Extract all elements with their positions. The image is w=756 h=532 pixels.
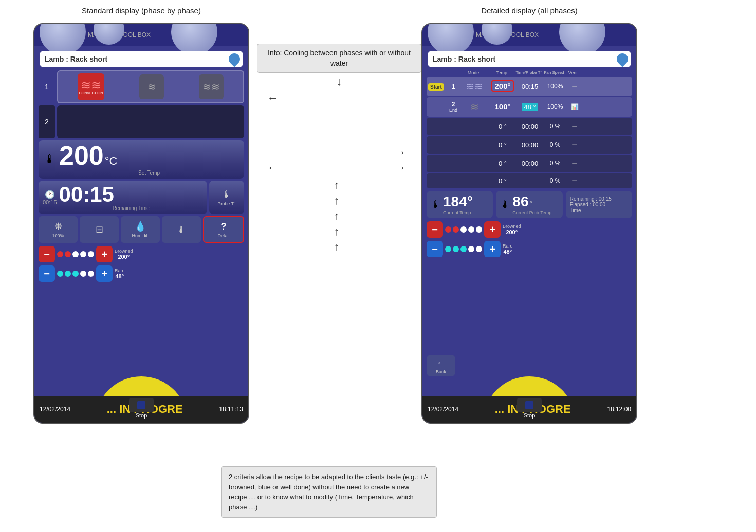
left-set-temp-label: Set Temp	[59, 170, 239, 176]
left-phase2-num: 2	[39, 105, 55, 138]
right-row1-num: 1	[448, 83, 459, 90]
bottom-info-box: 2 criteria allow the recipe to be adapte…	[221, 466, 437, 518]
left-probe-btn[interactable]: 🌡	[162, 216, 201, 243]
left-humid-btn[interactable]: 💧 Humidif.	[121, 216, 160, 243]
arrow-left-2: ←	[267, 161, 279, 175]
right-header-start	[427, 70, 446, 75]
left-recipe-bar: Lamb : Rack short	[40, 51, 243, 67]
deco-circle-1	[40, 23, 86, 55]
right-current-row: 🌡 184° Current Temp. 🌡 86 ° Current Prob…	[427, 191, 632, 218]
right-nav-toolbox[interactable]: TOOL BOX	[507, 31, 539, 39]
right-header-fan: Fan Speed	[543, 70, 565, 75]
left-browned-plus[interactable]: +	[96, 246, 113, 262]
right-stop-label: Stop	[524, 412, 536, 419]
left-rare-plus[interactable]: +	[96, 265, 113, 282]
dot-red2	[65, 251, 71, 257]
left-time-large: 00:15	[59, 184, 203, 205]
right-row1-start: Start	[428, 82, 447, 91]
humid-icon: 💧	[135, 221, 146, 232]
right-cur-probe-label: Current Prob Temp.	[512, 210, 552, 215]
right-dot-w2	[468, 226, 474, 233]
right-browned-minus[interactable]: −	[427, 221, 443, 238]
right-row5-temp: 0 °	[490, 160, 515, 167]
right-cur-probe-icon: 🌡	[500, 199, 510, 211]
right-row5-fan: 0 %	[544, 160, 566, 167]
arrow-left-1: ←	[267, 91, 279, 105]
right-row6[interactable]: 0 ° 0 % ⊣	[427, 173, 632, 188]
right-back-btn[interactable]: ← Back	[427, 355, 455, 376]
start-badge: Start	[428, 83, 444, 91]
left-browned-group: +	[96, 246, 113, 262]
right-row1-fan: 100%	[544, 83, 566, 90]
right-stop-btn-wrap: Stop	[517, 398, 542, 419]
right-cur-temp-label: Current Temp.	[443, 210, 473, 215]
left-medium-group: +	[96, 265, 113, 282]
dot-w1	[72, 251, 79, 257]
level-icon: ⊟	[96, 224, 103, 235]
right-row3-temp: 0 °	[490, 123, 515, 130]
left-bottom-btns: ❋ 100% ⊟ 💧 Humidif. 🌡 ? Detail	[39, 216, 244, 243]
right-row1[interactable]: Start 1 ≋≋ 200° 00:15 100% ⊣	[427, 77, 632, 96]
convection-btn[interactable]: ≋≋ CONVECTION	[78, 73, 104, 100]
right-cur-probe-box: 🌡 86 ° Current Prob Temp.	[496, 191, 562, 218]
info-box-wrap: Info: Cooling between phases with or wit…	[257, 44, 421, 88]
right-panel-label: Detailed display (all phases)	[421, 6, 637, 15]
right-row5[interactable]: 0 ° 00:00 0 % ⊣	[427, 155, 632, 172]
steam-icon: ≋	[147, 81, 156, 93]
left-nav-toolbox[interactable]: TOOL BOX	[119, 31, 151, 39]
right-arrow-row1: →	[252, 146, 406, 159]
right-row2-temp-val: 100°	[494, 102, 510, 111]
left-panel: AUTO MANU TOOL BOX Lamb : Rack short 1 ≋…	[33, 23, 249, 424]
right-stop-btn[interactable]	[517, 398, 542, 412]
convection-icon: ≋≋	[81, 79, 101, 91]
right-dot-c1	[445, 246, 451, 252]
right-medium-dots	[445, 246, 482, 252]
right-dot-w5	[476, 246, 482, 252]
left-status-time: 18:11:13	[219, 406, 243, 413]
right-recipe-name: Lamb : Rack short	[433, 55, 495, 63]
left-fan-btn[interactable]: ❋ 100%	[39, 216, 78, 243]
right-row3[interactable]: 0 ° 00:00 0 % ⊣	[427, 118, 632, 135]
right-row2[interactable]: 2 End ≋ 100° 48 ° 100% 📊	[427, 97, 632, 117]
left-temp-value: 200	[59, 142, 104, 169]
right-cur-probe-val: 86	[512, 194, 528, 210]
left-browned-minus[interactable]: −	[39, 246, 55, 262]
right-header-temp: Temp	[488, 70, 515, 75]
combi-btn[interactable]: ≋≋	[199, 74, 224, 99]
left-stop-btn[interactable]	[129, 398, 154, 412]
left-doneness-bar1: − + Browned 200°	[39, 246, 244, 262]
dot-red1	[57, 251, 63, 257]
arrow-up-5: ↑	[334, 240, 340, 254]
right-elapsed-line: Elapsed : 00:00	[570, 202, 628, 207]
right-row2-num-val: 2	[452, 101, 455, 108]
right-table-header: Mode Temp Time/Probe T° Fan Speed Vent.	[427, 70, 632, 75]
left-browned-temp: 200°	[118, 254, 130, 260]
left-probe-box[interactable]: 🌡 Probe T°	[209, 181, 244, 214]
right-row2-mode: ≋	[460, 101, 489, 113]
left-recipe-name: Lamb : Rack short	[45, 55, 107, 63]
right-panel: AUTO MANU TOOL BOX Lamb : Rack short Mod…	[421, 23, 637, 424]
left-time-box: 🕐 00:15 00:15 Remaining Time	[39, 181, 207, 214]
arrow-right-1: →	[395, 146, 406, 159]
steam-btn[interactable]: ≋	[139, 74, 164, 99]
left-detail-btn[interactable]: ? Detail	[203, 216, 244, 243]
right-rare-label: Rare	[503, 243, 513, 249]
right-row4[interactable]: 0 ° 00:00 0 % ⊣	[427, 136, 632, 154]
detail-question-mark: ?	[221, 221, 227, 232]
left-phase1-modes[interactable]: ≋≋ CONVECTION ≋ ≋≋	[57, 70, 244, 103]
right-rare-temp: 48°	[503, 249, 512, 255]
left-temp-unit: °C	[105, 155, 118, 168]
right-rare-plus[interactable]: +	[484, 241, 501, 257]
left-medium-minus[interactable]: −	[39, 265, 55, 282]
right-deco-circle-1	[428, 23, 474, 55]
right-row1-temp-val: 200°	[491, 80, 513, 92]
deco-circle-3	[171, 23, 217, 55]
arrow-up-1: ↑	[334, 179, 340, 192]
left-arrow-row1: ←	[267, 91, 421, 105]
right-browned-plus[interactable]: +	[484, 221, 501, 238]
right-medium-minus[interactable]: −	[427, 241, 443, 257]
row1-mode-icon: ≋≋	[466, 80, 483, 92]
left-level-btn[interactable]: ⊟	[80, 216, 119, 243]
left-water-icon	[226, 51, 242, 67]
right-row2-vent: 📊	[567, 103, 582, 110]
